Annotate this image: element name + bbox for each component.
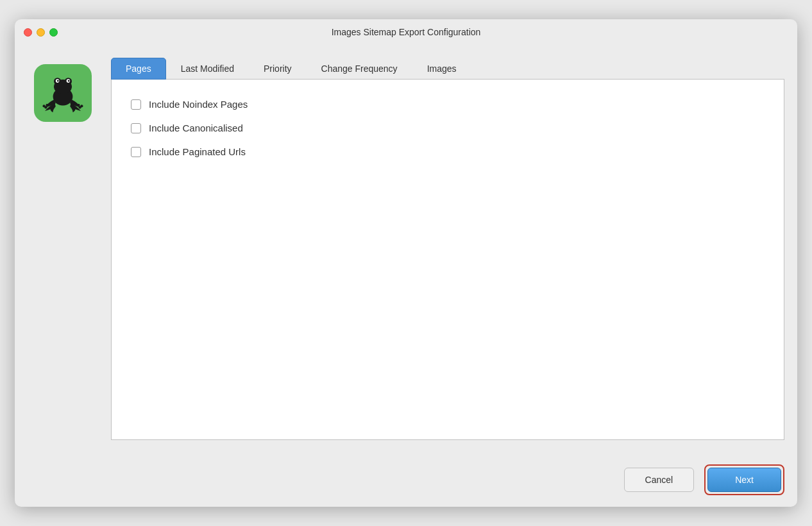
checkbox-noindex-box[interactable] — [131, 99, 141, 110]
svg-point-10 — [46, 104, 48, 106]
checkbox-paginated-box[interactable] — [131, 147, 141, 157]
logo-area — [28, 58, 98, 440]
close-button[interactable] — [24, 28, 32, 37]
application-window: Images Sitemap Export Configuration — [15, 19, 797, 507]
minimize-button[interactable] — [37, 28, 45, 37]
app-logo — [34, 64, 92, 122]
tab-priority[interactable]: Priority — [249, 58, 307, 80]
next-button[interactable]: Next — [707, 468, 781, 492]
checkbox-canonicalised-box[interactable] — [131, 123, 141, 133]
checkbox-noindex[interactable]: Include Noindex Pages — [131, 99, 765, 110]
tab-change-frequency[interactable]: Change Frequency — [307, 58, 412, 80]
main-content: Pages Last Modified Priority Change Freq… — [111, 58, 784, 440]
tabs-container: Pages Last Modified Priority Change Freq… — [111, 58, 784, 80]
checkbox-canonicalised[interactable]: Include Canonicalised — [131, 123, 765, 133]
checkbox-noindex-label: Include Noindex Pages — [149, 99, 248, 110]
maximize-button[interactable] — [49, 28, 58, 37]
traffic-lights — [24, 28, 58, 37]
svg-point-7 — [68, 80, 70, 82]
content-panel: Include Noindex Pages Include Canonicali… — [111, 80, 784, 440]
checkbox-paginated-label: Include Paginated Urls — [149, 146, 246, 157]
svg-point-9 — [43, 105, 46, 107]
footer-area: Cancel Next — [15, 453, 797, 507]
tab-pages[interactable]: Pages — [111, 58, 166, 80]
svg-point-12 — [80, 105, 83, 107]
svg-point-6 — [57, 80, 59, 82]
next-button-wrapper: Next — [704, 464, 784, 495]
checkbox-canonicalised-label: Include Canonicalised — [149, 123, 243, 133]
titlebar: Images Sitemap Export Configuration — [15, 19, 797, 45]
tab-images[interactable]: Images — [412, 58, 471, 80]
cancel-button[interactable]: Cancel — [624, 468, 695, 492]
window-body: Pages Last Modified Priority Change Freq… — [15, 45, 797, 453]
frog-icon — [40, 71, 85, 115]
window-title: Images Sitemap Export Configuration — [332, 27, 481, 37]
checkbox-paginated[interactable]: Include Paginated Urls — [131, 146, 765, 157]
svg-point-13 — [77, 104, 80, 106]
tab-last-modified[interactable]: Last Modified — [166, 58, 249, 80]
